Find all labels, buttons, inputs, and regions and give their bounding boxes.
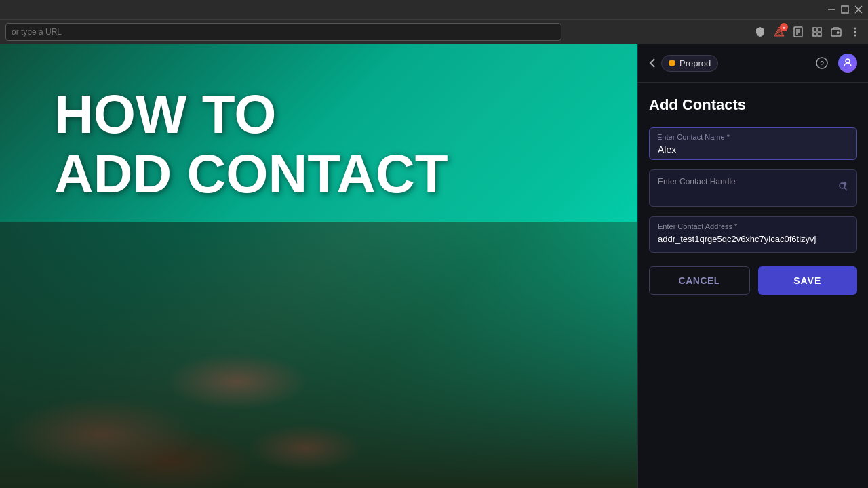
wallet-icon[interactable]	[829, 24, 844, 39]
network-indicator	[669, 60, 675, 66]
contact-name-field: Enter Contact Name *	[649, 127, 857, 160]
svg-rect-1	[842, 6, 848, 13]
svg-text:?: ?	[820, 60, 824, 68]
nav-bar: ! 8	[0, 19, 868, 44]
address-field-container[interactable]: Enter Contact Address * addr_test1qrge5q…	[649, 216, 857, 253]
overlay-line1: HOW TO	[54, 85, 448, 144]
extension-icon[interactable]	[810, 24, 825, 39]
bookmark-icon[interactable]	[791, 24, 806, 39]
shield-icon[interactable]	[753, 24, 768, 39]
title-bar	[0, 0, 868, 19]
action-buttons: CANCEL SAVE	[649, 266, 857, 295]
background-scene: HOW TO ADD CONTACT	[0, 44, 637, 488]
help-button[interactable]: ?	[812, 54, 831, 73]
contact-address-label: Enter Contact Address *	[658, 222, 848, 230]
network-label: Preprod	[679, 58, 711, 68]
url-input[interactable]	[5, 23, 561, 41]
save-button[interactable]: SAVE	[758, 266, 858, 295]
page-title: Add Contacts	[649, 96, 857, 114]
handle-search-icon[interactable]	[837, 181, 850, 196]
svg-rect-13	[831, 29, 841, 36]
nav-icons: ! 8	[753, 24, 863, 39]
main-area: HOW TO ADD CONTACT Preprod ?	[0, 44, 868, 488]
panel-header-left: Preprod	[649, 55, 718, 72]
svg-rect-9	[813, 28, 816, 31]
svg-point-17	[854, 35, 856, 37]
sidebar-panel: Preprod ? Add Contacts Enter Contact Nam…	[637, 44, 868, 488]
svg-point-16	[854, 31, 856, 33]
overlay-text: HOW TO ADD CONTACT	[54, 85, 448, 204]
overlay-line2: ADD CONTACT	[54, 144, 448, 204]
contact-handle-input[interactable]	[650, 170, 856, 206]
alert-badge: 8	[780, 23, 788, 31]
svg-point-15	[854, 28, 856, 30]
avatar[interactable]	[838, 54, 857, 73]
contact-address-value: addr_test1qrge5qc2v6xhc7ylcac0f6tlzyvj	[658, 233, 848, 245]
svg-text:!: !	[777, 30, 779, 37]
browser-chrome: ! 8	[0, 0, 868, 44]
svg-rect-12	[818, 33, 821, 36]
svg-line-22	[844, 188, 847, 190]
panel-header: Preprod ?	[638, 44, 868, 83]
minimize-button[interactable]	[827, 5, 835, 14]
cancel-button[interactable]: CANCEL	[649, 266, 750, 295]
contact-name-label: Enter Contact Name *	[657, 133, 730, 141]
svg-rect-11	[813, 33, 816, 36]
svg-rect-10	[818, 28, 821, 31]
panel-content: Add Contacts Enter Contact Name * Enter …	[638, 83, 868, 488]
contact-handle-field: Enter Contact Handle	[649, 169, 857, 207]
contact-address-field: Enter Contact Address * addr_test1qrge5q…	[649, 216, 857, 253]
back-button[interactable]	[649, 58, 656, 68]
menu-icon[interactable]	[848, 24, 863, 39]
close-button[interactable]	[854, 5, 863, 14]
panel-header-right: ?	[812, 54, 857, 73]
alert-icon[interactable]: ! 8	[772, 24, 787, 39]
svg-point-14	[837, 32, 839, 33]
contact-handle-label: Enter Contact Handle	[658, 177, 736, 186]
maximize-button[interactable]	[841, 5, 849, 14]
network-badge[interactable]: Preprod	[661, 55, 718, 72]
